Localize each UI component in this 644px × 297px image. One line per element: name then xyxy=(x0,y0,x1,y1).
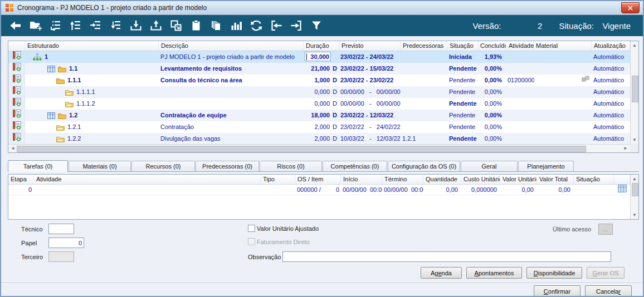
col-previsto[interactable]: Previsto xyxy=(339,41,401,51)
copy-structure-icon[interactable] xyxy=(166,17,186,34)
col-material[interactable]: Material xyxy=(534,41,592,51)
row-desc: Contratação de equipe xyxy=(159,110,304,121)
col-atualizacao[interactable]: Atualização xyxy=(592,41,630,51)
folder-open-icon xyxy=(65,89,74,96)
row-detail-grid-icon[interactable] xyxy=(618,185,627,195)
refresh-icon[interactable] xyxy=(246,17,266,34)
col-etapa[interactable]: Etapa xyxy=(8,175,34,184)
papel-input[interactable] xyxy=(48,237,84,248)
paste-icon[interactable] xyxy=(186,17,206,34)
tab-predecessoras[interactable]: Predecessoras (0) xyxy=(196,161,259,171)
observacao-input[interactable] xyxy=(282,251,611,262)
col-duracao[interactable]: Duração xyxy=(304,41,339,51)
col-os-item[interactable]: OS / Item xyxy=(295,175,341,184)
tab-competencias[interactable]: Competências (0) xyxy=(323,161,387,171)
tab-configuracao-os[interactable]: Configuração da OS (0) xyxy=(388,161,460,171)
status-cell: Iniciada xyxy=(447,51,479,63)
col-termino[interactable]: Término xyxy=(382,175,423,184)
close-button[interactable] xyxy=(621,2,640,13)
filter-icon[interactable] xyxy=(306,17,326,34)
col-situacao[interactable]: Situação xyxy=(574,175,614,184)
table-row[interactable]: 0 000000 /0 00/00/00 00:00 00/00/00 00:0… xyxy=(8,185,638,195)
tab-riscos[interactable]: Riscos (0) xyxy=(260,161,322,171)
duracao-edit-field[interactable]: 30,000 xyxy=(305,52,331,61)
row-code: 1.1.1.1 xyxy=(76,86,95,98)
col-tipo[interactable]: Tipo xyxy=(261,175,295,184)
grid-vertical-scrollbar[interactable]: ▲ ▼ xyxy=(630,41,638,144)
scroll-thumb[interactable] xyxy=(632,76,638,102)
row-insert-icon xyxy=(12,98,21,110)
apontamentos-button[interactable]: Apontamentos xyxy=(466,267,522,279)
table-row[interactable]: 1.2 Contratação de equipe 18,000 D 23/02… xyxy=(8,110,638,121)
col-atividade[interactable]: Atividade xyxy=(34,175,261,184)
new-project-icon[interactable] xyxy=(26,17,46,34)
col-inicio[interactable]: Início xyxy=(341,175,382,184)
col-descricao[interactable]: Descrição xyxy=(159,41,304,51)
outdent-level-icon[interactable] xyxy=(106,17,126,34)
grid-horizontal-scrollbar[interactable]: ◄ ► xyxy=(8,144,630,152)
valor-unitario-ajustado-label[interactable]: Valor Unitário Ajustado xyxy=(257,225,319,232)
col-situacao[interactable]: Situação xyxy=(447,41,479,51)
cancelar-button[interactable]: Cancelar xyxy=(585,285,632,297)
col-concluido[interactable]: Concluído xyxy=(479,41,506,51)
agenda-button[interactable]: Agenda xyxy=(421,267,462,279)
ultimo-acesso-label: Último acesso xyxy=(553,226,591,232)
scroll-up-arrow[interactable]: ▲ xyxy=(631,175,638,182)
collapse-all-icon[interactable] xyxy=(266,17,286,34)
scroll-up-arrow[interactable]: ▲ xyxy=(631,42,638,49)
valor-unitario-ajustado-checkbox[interactable] xyxy=(248,225,255,232)
schedule-grid-header: Estruturado Descrição Duração Previsto P… xyxy=(8,41,638,51)
tecnico-input[interactable] xyxy=(48,224,74,234)
table-row[interactable]: 1.1.1.1 0,000 D 00/00/00 - 00/00/00 Pend… xyxy=(8,86,638,98)
table-row[interactable]: 1.2.2 Divulgação das vagas 2,000 D 10/03… xyxy=(8,133,638,145)
tarefas-vertical-scrollbar[interactable]: ▲ ▼ xyxy=(630,175,638,219)
indent-level-icon[interactable] xyxy=(86,17,106,34)
expand-all-icon[interactable] xyxy=(286,17,306,34)
scroll-right-arrow[interactable]: ► xyxy=(622,145,630,152)
col-custo-unitario[interactable]: Custo Unitário xyxy=(461,175,500,184)
copy-icon[interactable] xyxy=(206,17,226,34)
scroll-down-arrow[interactable]: ▼ xyxy=(631,136,638,143)
scroll-down-arrow[interactable]: ▼ xyxy=(631,211,638,219)
status-cell: Pendente xyxy=(447,86,479,98)
table-row[interactable]: 1.1 Levantamento de requisitos 21,000 D … xyxy=(8,63,638,75)
gantt-icon[interactable] xyxy=(226,17,246,34)
table-row[interactable]: 1.2.1 Contratação 2,000 D 23/02/22 - 24/… xyxy=(8,121,638,133)
detail-tabs: Tarefas (0) Materiais (0) Recursos (0) P… xyxy=(8,161,639,172)
col-valor-total[interactable]: Valor Total xyxy=(537,175,574,184)
export-icon[interactable] xyxy=(146,17,166,34)
status-cell: Pendente xyxy=(447,63,479,75)
table-row[interactable]: 1 PJ MODELO 1 - projeto criado a partir … xyxy=(8,51,638,63)
col-atividade[interactable]: Atividade xyxy=(506,41,534,51)
ultimo-acesso-button[interactable]: ... xyxy=(598,224,613,235)
schedule-grid: Estruturado Descrição Duração Previsto P… xyxy=(8,41,639,153)
col-valor-unitario[interactable]: Valor Unitário xyxy=(500,175,537,184)
status-cell: Pendente xyxy=(447,98,479,110)
window-title: Cronograma - PJ MODELO 1 - projeto criad… xyxy=(17,4,207,12)
import-icon[interactable] xyxy=(126,17,146,34)
tab-materiais[interactable]: Materiais (0) xyxy=(69,161,131,171)
col-predecessoras[interactable]: Predecessoras xyxy=(401,41,447,51)
tab-planejamento[interactable]: Planejamento xyxy=(518,161,574,171)
tab-recursos[interactable]: Recursos (0) xyxy=(131,161,195,171)
tab-geral[interactable]: Geral xyxy=(461,161,518,171)
table-row[interactable]: 1.1.1.2 0,000 D 00/00/00 - 00/00/00 Pend… xyxy=(8,98,638,110)
col-quantidade[interactable]: Quantidade xyxy=(423,175,461,184)
row-code: 1.1.1.2 xyxy=(76,98,95,110)
row-insert-icon xyxy=(12,133,21,145)
back-icon[interactable] xyxy=(6,17,26,34)
move-item-icon[interactable] xyxy=(66,17,86,34)
disponibilidade-button[interactable]: Disponibilidade xyxy=(526,267,582,279)
confirmar-button[interactable]: Confirmar xyxy=(534,285,580,297)
scroll-left-arrow[interactable]: ◄ xyxy=(9,145,17,152)
table-row[interactable]: 1.1.1 Consulta do técnico na área 1,000 … xyxy=(8,75,638,86)
folder-open-icon xyxy=(56,124,65,131)
scroll-thumb[interactable] xyxy=(632,183,638,196)
title-bar: Cronograma - PJ MODELO 1 - projeto criad… xyxy=(1,1,643,15)
footer-divider xyxy=(1,283,643,284)
row-insert-icon xyxy=(12,110,21,121)
scroll-thumb[interactable] xyxy=(17,146,586,152)
insert-item-icon[interactable] xyxy=(46,17,66,34)
col-estruturado[interactable]: Estruturado xyxy=(25,41,159,51)
tab-tarefas[interactable]: Tarefas (0) xyxy=(8,160,68,172)
